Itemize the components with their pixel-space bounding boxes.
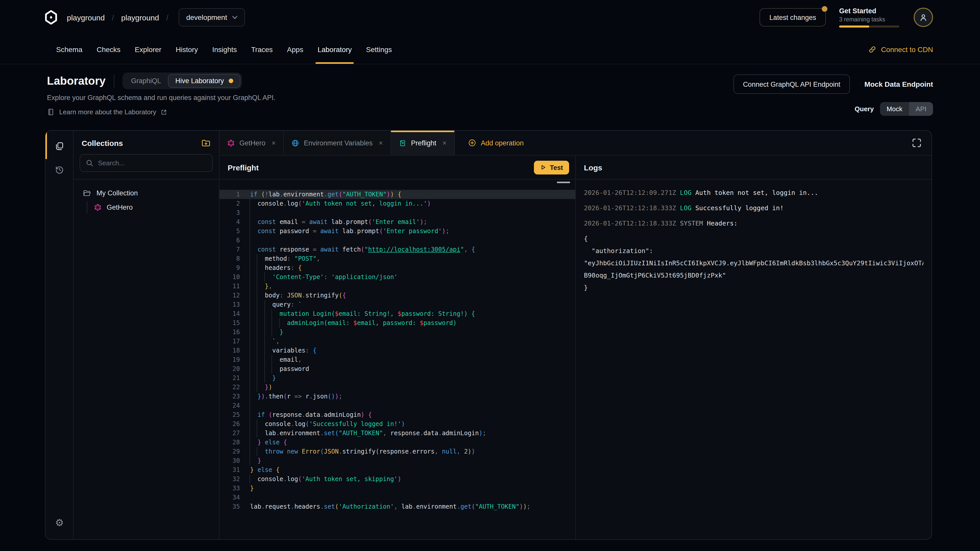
collection-operation-gethero[interactable]: GetHero xyxy=(73,200,219,214)
target-selector-value: development xyxy=(186,13,227,21)
code-line-text: lab.environment.set("AUTH_TOKEN", respon… xyxy=(250,429,486,438)
line-number: 21 xyxy=(220,373,240,383)
code-line-text: lab.request.headers.set('Authorization',… xyxy=(250,502,531,511)
line-number: 24 xyxy=(220,401,240,410)
tree-guide-line xyxy=(87,201,87,213)
code-line-text: const response = await fetch("http://loc… xyxy=(250,245,475,254)
ui-mode-toggle: GraphiQL Hive Laboratory xyxy=(123,73,242,89)
breadcrumb-org[interactable]: playground xyxy=(67,13,105,22)
line-number: 34 xyxy=(220,493,240,502)
line-number: 35 xyxy=(220,502,240,511)
close-icon[interactable]: × xyxy=(442,139,447,147)
line-number: 28 xyxy=(220,438,240,447)
preflight-editor-pane: Preflight Test 1if (!lab.environment.get… xyxy=(220,156,576,539)
breadcrumb-separator: / xyxy=(166,13,168,22)
log-line: "eyJhbGciOiJIUzI1NiIsInR5cCI6IkpXVCJ9.ey… xyxy=(584,257,923,269)
settings-rail-button[interactable]: ⚙ xyxy=(45,511,73,534)
top-bar-right: Latest changes Get Started 3 remaining t… xyxy=(760,7,933,27)
indent-guide xyxy=(264,318,265,327)
connect-cdn-link[interactable]: Connect to CDN xyxy=(868,35,933,64)
add-operation-button[interactable]: Add operation xyxy=(468,130,524,155)
collections-search[interactable] xyxy=(80,154,213,172)
icon-rail: ⚙ xyxy=(45,130,73,539)
code-line: 11 }, xyxy=(220,282,575,291)
logs-body[interactable]: 2026-01-26T12:12:09.271Z LOG Auth token … xyxy=(576,179,932,539)
code-line: 27 lab.environment.set("AUTH_TOKEN", res… xyxy=(220,429,575,438)
line-number: 3 xyxy=(220,208,240,218)
code-line: 5 const password = await lab.prompt('Ent… xyxy=(220,227,575,236)
indent-guide xyxy=(250,429,250,438)
indent-guide xyxy=(257,429,258,438)
nav-tab-insights[interactable]: Insights xyxy=(205,35,244,64)
line-number: 18 xyxy=(220,346,240,355)
code-line: 21 } xyxy=(220,373,575,383)
nav-tab-explorer[interactable]: Explorer xyxy=(127,35,169,64)
collections-rail-button[interactable] xyxy=(45,134,73,158)
history-rail-button[interactable] xyxy=(45,158,73,181)
latest-changes-button[interactable]: Latest changes xyxy=(760,8,826,27)
line-number: 2 xyxy=(220,199,240,208)
code-line-text: }).then(r => r.json()); xyxy=(250,392,342,401)
code-line: 4 const email = await lab.prompt('Enter … xyxy=(220,218,575,227)
nav-tab-history[interactable]: History xyxy=(169,35,205,64)
indent-guide xyxy=(250,291,250,300)
close-icon[interactable]: × xyxy=(379,139,383,147)
hive-logo-icon[interactable] xyxy=(43,10,59,25)
code-line: 13 query: ` xyxy=(220,300,575,309)
close-icon[interactable]: × xyxy=(272,139,275,147)
test-button[interactable]: Test xyxy=(534,160,569,174)
mock-data-endpoint-button[interactable]: Mock Data Endpoint xyxy=(864,80,933,88)
indent-guide xyxy=(250,419,250,429)
nav-tab-laboratory[interactable]: Laboratory xyxy=(310,35,359,64)
indent-guide xyxy=(250,364,250,373)
indent-guide xyxy=(257,364,258,373)
get-started-widget[interactable]: Get Started 3 remaining tasks xyxy=(839,7,900,27)
tab-gethero[interactable]: GetHero × xyxy=(220,130,284,155)
log-line: { xyxy=(584,233,923,245)
nav-tab-traces[interactable]: Traces xyxy=(244,35,280,64)
collection-folder[interactable]: My Collection xyxy=(73,186,219,200)
code-line: 32 console.log('Auth token set, skipping… xyxy=(220,475,575,484)
scrollbar-handle[interactable] xyxy=(557,182,570,183)
indent-guide xyxy=(250,245,250,254)
code-line: 26 console.log('Successfully logged in!'… xyxy=(220,419,575,429)
target-selector[interactable]: development xyxy=(179,8,245,27)
toggle-hive-laboratory[interactable]: Hive Laboratory xyxy=(168,74,240,88)
indent-guide xyxy=(264,355,265,364)
tab-preflight[interactable]: Preflight × xyxy=(391,130,455,155)
project-nav: Schema Checks Explorer History Insights … xyxy=(0,35,980,64)
nav-tab-checks[interactable]: Checks xyxy=(89,35,127,64)
line-number: 26 xyxy=(220,419,240,429)
indent-guide xyxy=(257,373,258,383)
nav-tab-schema[interactable]: Schema xyxy=(49,35,89,64)
indent-guide xyxy=(264,300,265,309)
fullscreen-icon[interactable] xyxy=(911,137,922,148)
code-area[interactable]: 1if (!lab.environment.get("AUTH_TOKEN"))… xyxy=(220,179,575,539)
code-line: 31} else { xyxy=(220,465,575,475)
line-number: 22 xyxy=(220,383,240,392)
indent-guide xyxy=(264,373,265,383)
nav-tab-settings[interactable]: Settings xyxy=(359,35,399,64)
mode-api[interactable]: API xyxy=(909,102,933,116)
mode-mock[interactable]: Mock xyxy=(880,102,909,116)
toggle-graphiql[interactable]: GraphiQL xyxy=(124,74,168,88)
search-input[interactable] xyxy=(98,159,207,167)
indent-guide xyxy=(257,383,258,392)
breadcrumb-project[interactable]: playground xyxy=(121,13,159,22)
user-avatar[interactable] xyxy=(914,8,933,27)
code-line-text: const password = await lab.prompt('Enter… xyxy=(250,227,449,236)
code-line: 17 `, xyxy=(220,337,575,346)
indent-guide xyxy=(257,272,258,282)
code-line-text: console.log('Successfully logged in!') xyxy=(250,419,405,429)
code-line: 34 xyxy=(220,493,575,502)
search-icon xyxy=(86,159,94,167)
code-line: 25 if (response.data.adminLogin) { xyxy=(220,410,575,419)
workspace: GetHero × Environment Variables × Prefli… xyxy=(220,130,932,539)
new-folder-icon[interactable] xyxy=(201,138,211,148)
tab-environment-variables[interactable]: Environment Variables × xyxy=(284,130,391,155)
nav-tab-apps[interactable]: Apps xyxy=(280,35,310,64)
chevron-down-icon xyxy=(232,16,237,19)
connect-graphql-endpoint-button[interactable]: Connect GraphQL API Endpoint xyxy=(733,75,850,94)
code-line-text: console.log('Auth token not set, loggin … xyxy=(250,199,431,208)
log-line: 2026-01-26T12:12:18.333Z LOG Successfull… xyxy=(584,202,923,214)
